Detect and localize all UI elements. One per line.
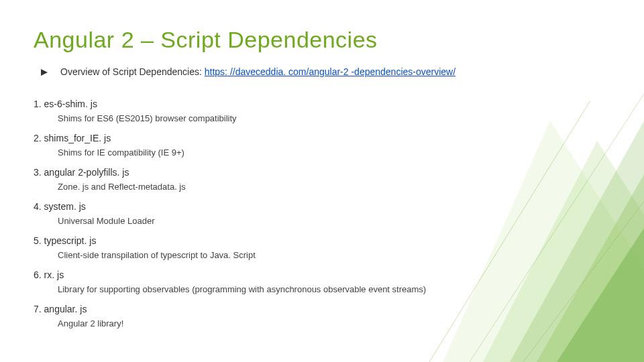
slide: Angular 2 – Script Dependencies Overview… — [0, 0, 644, 362]
item-number: 1. — [34, 99, 42, 109]
overview-link[interactable]: https: //daveceddia. com/angular-2 -depe… — [205, 66, 455, 77]
item-desc: Zone. js and Reflect-metadata. js — [58, 182, 610, 192]
item-number: 7. — [34, 304, 42, 314]
list-item: 3. angular 2-polyfills. js Zone. js and … — [34, 167, 610, 192]
overview-label: Overview of Script Dependencies: — [60, 66, 205, 77]
item-name: es-6-shim. js — [44, 99, 97, 109]
item-desc: Library for supporting observables (prog… — [58, 284, 610, 294]
list-item: 5. typescript. js Client-side transpilat… — [34, 235, 610, 260]
item-name: typescript. js — [44, 235, 97, 246]
item-name: angular 2-polyfills. js — [44, 167, 129, 178]
item-desc: Shims for ES6 (ES2015) browser compatibi… — [58, 113, 610, 123]
item-name: shims_for_IE. js — [44, 133, 111, 143]
item-number: 6. — [34, 269, 42, 280]
item-desc: Shims for IE compatibility (IE 9+) — [58, 147, 610, 158]
overview-row: Overview of Script Dependencies: https: … — [34, 66, 610, 78]
item-number: 5. — [34, 235, 42, 246]
item-desc: Universal Module Loader — [58, 216, 610, 226]
svg-marker-8 — [41, 69, 48, 76]
item-number: 2. — [34, 133, 42, 143]
slide-title: Angular 2 – Script Dependencies — [34, 27, 610, 53]
item-desc: Angular 2 library! — [58, 318, 610, 328]
list-item: 6. rx. js Library for supporting observa… — [34, 269, 610, 294]
list-item: 1. es-6-shim. js Shims for ES6 (ES2015) … — [34, 99, 610, 123]
item-number: 4. — [34, 201, 42, 212]
bullet-icon — [40, 68, 48, 78]
dependency-list: 1. es-6-shim. js Shims for ES6 (ES2015) … — [34, 99, 610, 328]
item-name: angular. js — [44, 304, 87, 314]
list-item: 2. shims_for_IE. js Shims for IE compati… — [34, 133, 610, 158]
list-item: 7. angular. js Angular 2 library! — [34, 304, 610, 328]
item-desc: Client-side transpilation of typescript … — [58, 250, 610, 260]
list-item: 4. system. js Universal Module Loader — [34, 201, 610, 226]
item-name: system. js — [44, 201, 86, 212]
item-number: 3. — [34, 167, 42, 178]
item-name: rx. js — [44, 269, 64, 280]
